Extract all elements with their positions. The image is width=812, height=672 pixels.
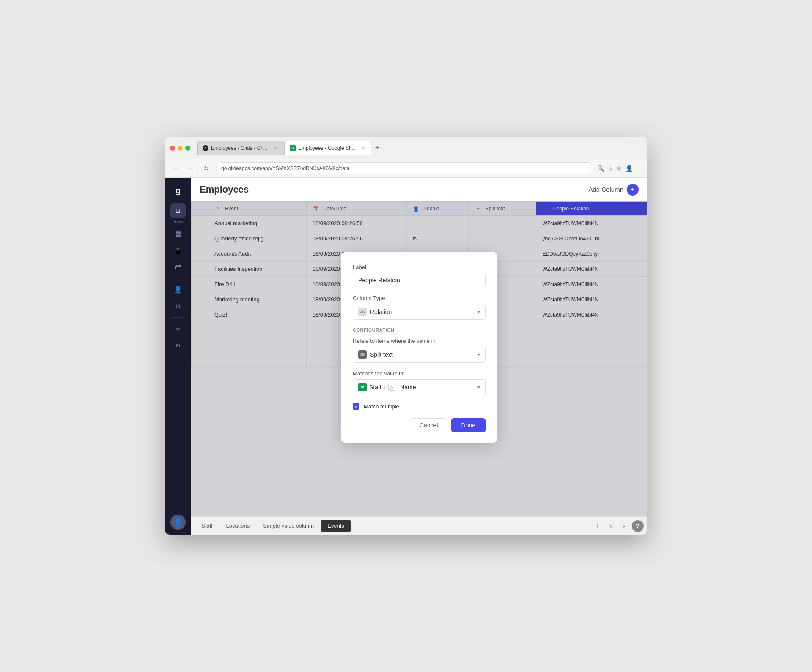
titlebar: g Employees - Glide - Create App... ✕ S … <box>165 137 647 159</box>
maximize-button[interactable] <box>185 146 190 151</box>
sidebar-item-mobile[interactable]: 📱 <box>170 242 186 258</box>
column-type-value-display: Relation <box>358 308 392 316</box>
forward-button[interactable]: → <box>185 162 197 174</box>
search-icon[interactable]: 🔍 <box>597 165 604 172</box>
staff-icon <box>358 383 367 391</box>
column-type-chevron-icon: ▾ <box>477 309 480 315</box>
tab-glide[interactable]: g Employees - Glide - Create App... ✕ <box>197 141 284 155</box>
sidebar-item-layout[interactable]: ▤ <box>170 226 186 241</box>
col-relation-label: People Relation <box>553 206 589 212</box>
minimize-button[interactable] <box>178 146 183 151</box>
cell-event-4: Facilities Inspection <box>208 262 307 277</box>
cell-event-7: Quiz! <box>208 307 307 322</box>
add-sheet-button[interactable]: + <box>591 520 603 532</box>
sidebar-item-rows[interactable]: ⊞ <box>170 203 186 218</box>
refresh-button[interactable]: ↻ <box>200 162 212 174</box>
relate-field: Relate to items where the value in: Spli… <box>353 338 486 363</box>
col-datetime-label: Date/Time <box>323 206 346 212</box>
col-header-people-relation[interactable]: ↔ People Relation <box>536 202 647 216</box>
help-button[interactable]: ? <box>632 520 644 532</box>
cell-relation-2: yndjASGCTmeOo4XTLm <box>536 231 647 246</box>
match-multiple-row: ✓ Match multiple <box>353 403 486 410</box>
matches-field-name: Name <box>400 384 416 391</box>
sidebar-divider-2 <box>171 317 185 318</box>
bookmark-icon[interactable]: ☆ <box>608 165 613 172</box>
sheet-tab-staff[interactable]: Staff <box>195 520 219 532</box>
matches-label: Matches the value in: <box>353 370 486 377</box>
done-button[interactable]: Done <box>451 418 486 432</box>
column-type-select[interactable]: Relation ▾ <box>353 304 486 320</box>
table-row: Quarterly office rejig 18/09/2020 08:26:… <box>192 231 647 246</box>
menu-icon[interactable]: ⋮ <box>636 165 642 172</box>
sheet-tab-events[interactable]: Events <box>321 520 351 532</box>
cell-datetime-1: 18/09/2020 08:26:56 <box>306 216 406 231</box>
column-type-label: Column Type <box>353 295 486 301</box>
matches-chevron-icon: ▾ <box>477 384 480 390</box>
browser-tabs: g Employees - Glide - Create App... ✕ S … <box>197 141 642 155</box>
sidebar-item-sync[interactable]: ↻ <box>170 338 186 353</box>
col-event-label: Event <box>225 206 238 212</box>
row-number-header <box>192 202 208 216</box>
cell-event-1: Annual marketing <box>208 216 307 231</box>
back-button[interactable]: ← <box>170 162 182 174</box>
table-row: Annual marketing 18/09/2020 08:26:56 WZc… <box>192 216 647 231</box>
app-header: Employees Add Column + <box>191 178 647 201</box>
cell-people-2: is <box>406 231 469 246</box>
new-tab-button[interactable]: + <box>371 142 383 154</box>
col-splittext-label: Split text <box>485 206 505 212</box>
extensions-icon[interactable]: ⚛ <box>617 165 622 172</box>
close-button[interactable] <box>170 146 175 151</box>
url-bar[interactable]: go.glideapps.com/app/YSMXXSRZudRNKsAK6M9… <box>216 162 594 174</box>
relation-type-icon <box>358 308 367 316</box>
cell-relation-5: WZcta9hzTUWMCliibl4N <box>536 277 647 292</box>
relate-dropdown[interactable]: Split text ▾ <box>353 347 486 363</box>
sheet-tab-locations[interactable]: Locations <box>219 520 257 532</box>
col-header-datetime[interactable]: 📅 Date/Time <box>306 202 406 216</box>
label-field-label: Label <box>353 264 486 270</box>
glide-favicon-icon: g <box>203 145 208 151</box>
row-num-7 <box>192 307 208 322</box>
mobile-icon: 📱 <box>174 246 182 254</box>
sheet-tab-simple[interactable]: Simple value column <box>256 520 321 532</box>
tab-sheets-close-icon[interactable]: ✕ <box>360 145 366 151</box>
sidebar-item-user[interactable]: 👤 <box>170 282 186 297</box>
prev-sheet-button[interactable]: ‹ <box>605 520 617 532</box>
bottom-tabs: Staff Locations Simple value column Even… <box>191 516 647 535</box>
sidebar-item-edit[interactable]: ✏ <box>170 321 186 336</box>
tab-sheets[interactable]: S Employees - Google Sheets ✕ <box>284 141 371 155</box>
row-num-3 <box>192 246 208 262</box>
next-sheet-button[interactable]: › <box>618 520 630 532</box>
sidebar-item-data[interactable]: 🗃 <box>170 259 186 275</box>
matches-dropdown[interactable]: Staff › A Name ▾ <box>353 379 486 395</box>
table-area: A Event 📅 Date/Time 👤 People <box>191 201 647 516</box>
tab-sheets-label: Employees - Google Sheets <box>298 145 357 151</box>
sidebar-item-settings[interactable]: ⚙ <box>170 299 186 314</box>
add-column-button[interactable]: Add Column + <box>588 184 639 196</box>
col-header-people[interactable]: 👤 People <box>406 202 469 216</box>
add-column-plus-icon: + <box>627 184 639 196</box>
relate-chevron-icon: ▾ <box>477 352 480 358</box>
avatar-image: 👤 <box>173 518 183 527</box>
col-header-event[interactable]: A Event <box>208 202 307 216</box>
row-num-6 <box>192 292 208 307</box>
col-header-splittext[interactable]: ✦ Split text <box>469 202 536 216</box>
cell-relation-3: EDD6aJODQeyXzz0bnyl <box>536 246 647 262</box>
label-input[interactable] <box>353 273 486 287</box>
svg-point-1 <box>363 311 365 313</box>
relation-icon: ↔ <box>542 205 549 212</box>
app-window: g Employees - Glide - Create App... ✕ S … <box>165 137 647 535</box>
user-avatar[interactable]: 👤 <box>170 515 186 530</box>
tab-glide-close-icon[interactable]: ✕ <box>273 145 279 151</box>
sidebar-divider <box>171 278 185 278</box>
cancel-button[interactable]: Cancel <box>411 418 447 432</box>
row-num-4 <box>192 262 208 277</box>
row-num-2 <box>192 231 208 246</box>
page-title: Employees <box>200 184 588 195</box>
tab-glide-label: Employees - Glide - Create App... <box>211 145 270 151</box>
modal-actions: Cancel Done <box>353 418 486 432</box>
checkmark-icon: ✓ <box>354 404 358 409</box>
profile-icon[interactable]: 👤 <box>625 165 633 172</box>
matches-row-content: Staff › A Name <box>358 383 477 391</box>
data-icon: 🗃 <box>175 263 181 271</box>
match-multiple-checkbox[interactable]: ✓ <box>353 403 359 410</box>
